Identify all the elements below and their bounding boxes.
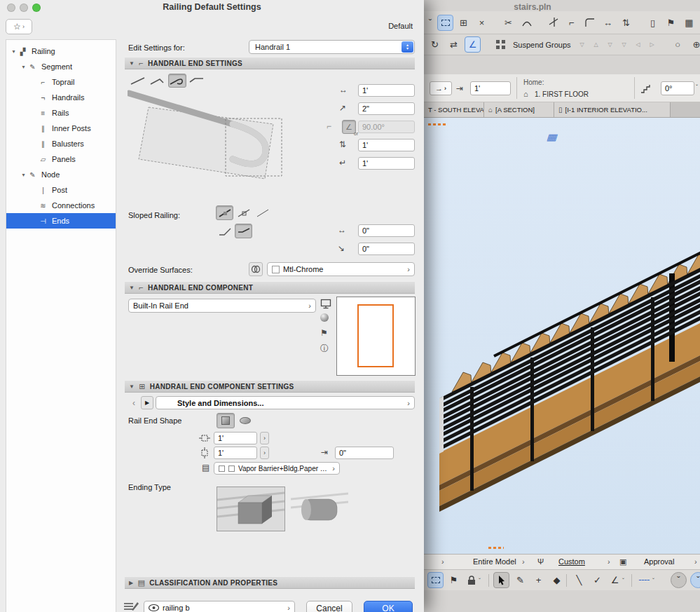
- tree-item-node[interactable]: ▾✎Node: [6, 167, 116, 182]
- lock-chevron-icon[interactable]: ˇ: [479, 577, 481, 584]
- section-classification[interactable]: ▶ ▤ CLASSIFICATION AND PROPERTIES: [125, 576, 415, 589]
- guides-chevron-icon[interactable]: ˇ: [652, 577, 654, 584]
- table-tool-icon[interactable]: ▦: [681, 15, 697, 31]
- shape-height-input[interactable]: 1': [214, 447, 257, 459]
- sloped-option-2-button[interactable]: [235, 205, 252, 220]
- check-tool-icon[interactable]: ✓: [589, 572, 605, 588]
- tree-item-rails[interactable]: ≡Rails: [6, 105, 116, 121]
- distribute-icon[interactable]: ▽: [619, 41, 630, 48]
- angle-chevron-icon[interactable]: ˇ: [622, 577, 624, 584]
- sloped-v-input[interactable]: 0": [358, 243, 415, 255]
- align-bottom-icon[interactable]: ▽: [577, 41, 588, 48]
- reference-offset-input[interactable]: 1': [470, 81, 511, 95]
- preview-flag-icon[interactable]: ⚑: [320, 328, 328, 338]
- angle-guide-icon[interactable]: ∠: [465, 36, 481, 53]
- offset-to-bar-icon[interactable]: ⇥: [456, 83, 463, 93]
- disclosure-triangle[interactable]: ▾: [20, 64, 27, 70]
- favorites-button[interactable]: ☆ ›: [6, 19, 32, 34]
- tab-a-section[interactable]: ⌂[A SECTION]: [484, 102, 554, 117]
- delete-tool-icon[interactable]: ×: [474, 15, 490, 31]
- orbit-icon[interactable]: ○: [670, 36, 686, 53]
- pan-icon[interactable]: ⊕: [689, 36, 700, 53]
- end-type-return-button[interactable]: [188, 74, 206, 88]
- flag-mode-icon[interactable]: ⚑: [446, 572, 462, 588]
- status-chevron-3[interactable]: ›: [608, 557, 610, 566]
- line-tool-icon[interactable]: ╲: [571, 572, 587, 588]
- tree-item-connections[interactable]: ≋Connections: [6, 198, 116, 213]
- marquee-mode-icon[interactable]: [427, 572, 444, 588]
- align-top-icon[interactable]: △: [591, 41, 602, 48]
- pencil-tool-icon[interactable]: ✎: [512, 572, 528, 588]
- sheet-tool-icon[interactable]: ▯: [645, 15, 661, 31]
- component-preview-box[interactable]: [336, 297, 416, 376]
- shape-width-input[interactable]: 1': [214, 432, 257, 444]
- tree-item-toprail[interactable]: ⌐Toprail: [6, 74, 116, 90]
- status-chevron-1[interactable]: ›: [441, 557, 444, 566]
- height-options-button[interactable]: ›: [260, 447, 269, 459]
- ending-type-flat-button[interactable]: [217, 487, 285, 531]
- sloped-option-5-button[interactable]: [235, 224, 252, 238]
- sloped-option-4-button[interactable]: [216, 224, 233, 238]
- suspend-groups-icon[interactable]: [493, 36, 509, 53]
- surface-checkbox[interactable]: [272, 266, 280, 273]
- align-right-icon[interactable]: ▷: [647, 41, 658, 48]
- settings-page-dropdown[interactable]: Style and Dimensions... ›: [156, 396, 415, 409]
- tree-item-balusters[interactable]: ∥Balusters: [6, 136, 116, 151]
- split-tool-icon[interactable]: ✂: [500, 15, 516, 31]
- align-left-icon[interactable]: ◁: [633, 41, 644, 48]
- layer-pen-icon[interactable]: [123, 600, 139, 612]
- disclosure-triangle[interactable]: ▾: [10, 48, 18, 55]
- tab-south-elevation[interactable]: T - SOUTH ELEVA...: [424, 102, 484, 117]
- add-point-icon[interactable]: +: [530, 572, 547, 588]
- sloped-h-input[interactable]: 0": [358, 224, 415, 237]
- section-handrail-end-component[interactable]: ▼ ⌐ HANDRAIL END COMPONENT: [125, 281, 415, 294]
- info-icon[interactable]: ⓘ: [320, 343, 329, 355]
- end-length-input[interactable]: 1': [358, 84, 415, 97]
- layer-dropdown[interactable]: railing b ›: [144, 601, 295, 612]
- shape-square-button[interactable]: [217, 413, 235, 428]
- building-material-dropdown[interactable]: Vapor Barrier+Bldg.Paper 32... ›: [214, 462, 340, 475]
- tree-item-post[interactable]: |Post: [6, 182, 116, 198]
- arrow-chevron-icon[interactable]: ˇ: [425, 15, 435, 31]
- arc-tool-icon[interactable]: [519, 15, 535, 31]
- surface-chain-button[interactable]: [249, 262, 263, 276]
- dimension-tool-icon[interactable]: ⊞: [455, 15, 472, 31]
- page-back-button[interactable]: ‹: [128, 396, 139, 409]
- lock-icon[interactable]: [463, 572, 479, 588]
- rotate-tool-icon[interactable]: ↻: [427, 36, 443, 53]
- end-type-angled-button[interactable]: [149, 74, 167, 88]
- end-type-straight-button[interactable]: [129, 74, 147, 88]
- preview-3d-icon[interactable]: [320, 313, 329, 322]
- tree-item-handrails[interactable]: ¬Handrails: [6, 90, 116, 105]
- edit-settings-for-popup[interactable]: Handrail 1 ▴▾: [249, 40, 415, 54]
- corner-option-icon[interactable]: ⌐: [327, 121, 331, 131]
- shape-ellipse-button[interactable]: [236, 413, 254, 428]
- end-type-curved-button[interactable]: [168, 74, 186, 88]
- tree-item-panels[interactable]: ▱Panels: [6, 151, 116, 167]
- angle-input[interactable]: 0°: [661, 81, 694, 95]
- renovation-box-icon[interactable]: ▣: [619, 557, 626, 566]
- ok-button[interactable]: OK: [364, 601, 413, 612]
- preview-monitor-icon[interactable]: [320, 299, 331, 309]
- page-forward-button[interactable]: ▶: [141, 396, 153, 409]
- mirror-tool-icon[interactable]: ⇄: [446, 36, 462, 53]
- suspend-groups-label[interactable]: Suspend Groups: [513, 41, 571, 49]
- override-surface-dropdown[interactable]: Mtl-Chrome ›: [267, 262, 415, 276]
- extra-tool-highlighted-icon[interactable]: ˇ: [690, 572, 700, 588]
- 3d-viewport[interactable]: ▦: [424, 118, 700, 554]
- trim-tool-icon[interactable]: [545, 15, 561, 31]
- status-chevron-2[interactable]: ›: [522, 557, 525, 566]
- marquee-tool-icon[interactable]: [437, 15, 453, 31]
- status-chevron-4[interactable]: ›: [694, 557, 697, 566]
- custom-link[interactable]: Custom: [558, 557, 585, 566]
- edge-chevron-icon[interactable]: ˇ: [696, 83, 698, 90]
- tab-interior-elevation[interactable]: ▯[I-1 INTERIOR ELEVATIO...: [554, 102, 671, 117]
- cancel-button[interactable]: Cancel: [306, 601, 352, 612]
- distribute-v-icon[interactable]: ▽: [605, 41, 616, 48]
- section-component-settings[interactable]: ▼ ⊞ HANDRAIL END COMPONENT SETTINGS: [125, 380, 415, 393]
- extra-tool-icon[interactable]: ˇ: [671, 572, 687, 588]
- tree-item-ends[interactable]: ⊣Ends: [6, 213, 116, 229]
- tree-item-inner-posts[interactable]: ∥Inner Posts: [6, 121, 116, 136]
- tree-item-segment[interactable]: ▾✎Segment: [6, 59, 116, 74]
- sloped-option-3-button[interactable]: [254, 205, 271, 220]
